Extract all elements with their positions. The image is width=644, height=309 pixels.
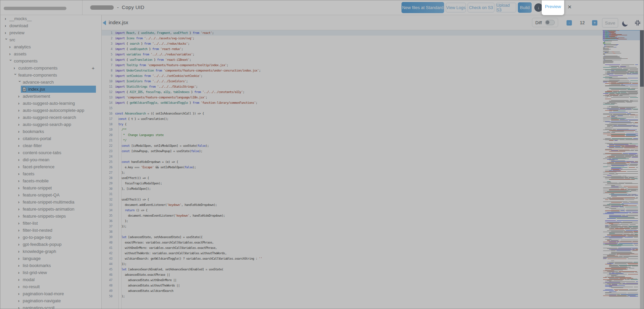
chevron-right-icon[interactable]: › <box>18 271 21 274</box>
tree-item-facets[interactable]: ›facets <box>0 170 101 177</box>
chevron-down-icon[interactable]: › <box>18 81 21 84</box>
tree-item-clear-filter[interactable]: ›clear-filter <box>0 142 101 149</box>
tree-item-knowledge-graph[interactable]: ›knowledge-graph <box>0 248 101 255</box>
chevron-right-icon[interactable]: › <box>18 179 21 183</box>
chevron-down-icon[interactable]: › <box>5 38 8 42</box>
tree-item-go-to-page-top[interactable]: ›go-to-page-top <box>0 234 101 241</box>
tree-item-feature-snippet[interactable]: ›feature-snippet <box>0 184 101 191</box>
decrease-font-button[interactable]: - <box>567 20 572 26</box>
chevron-right-icon[interactable]: › <box>18 257 21 260</box>
chevron-right-icon[interactable]: › <box>18 201 21 204</box>
chevron-right-icon[interactable]: › <box>18 151 21 154</box>
tree-item-pagination-load-more[interactable]: ›pagination-load-more <box>0 290 101 297</box>
tree-item-auto-suggest-auto-learning[interactable]: ›auto-suggest-auto-learning <box>0 100 101 107</box>
chevron-right-icon[interactable]: › <box>18 306 21 309</box>
tree-item-feature-snippets-animation[interactable]: ›feature-snippets-animation <box>0 206 101 213</box>
chevron-right-icon[interactable]: › <box>18 236 21 239</box>
tree-item-advance-search[interactable]: ›advance-search <box>0 79 101 86</box>
save-button[interactable]: Save <box>602 18 618 28</box>
chevron-right-icon[interactable]: › <box>18 158 21 162</box>
minimap[interactable] <box>602 30 640 299</box>
chevron-right-icon[interactable]: › <box>9 45 12 49</box>
chevron-right-icon[interactable]: › <box>18 123 21 126</box>
tree-item-src[interactable]: ›src <box>0 36 101 43</box>
add-icon[interactable]: + <box>92 65 95 71</box>
tree-item-auto-suggest-search-app[interactable]: ›auto-suggest-search-app <box>0 121 101 128</box>
view-logs-button[interactable]: View Logs <box>446 3 466 12</box>
chevron-right-icon[interactable]: › <box>18 222 21 225</box>
tree-item-feature-components[interactable]: ›feature-components <box>0 72 101 79</box>
tree-item-feature-snippet-multimedia[interactable]: ›feature-snippet-multimedia <box>0 198 101 206</box>
chevron-right-icon[interactable]: › <box>18 109 21 112</box>
tree-item-feature-snippets-steps[interactable]: ›feature-snippets-steps <box>0 213 101 220</box>
tree-item-filter-list[interactable]: ›filter-list <box>0 220 101 227</box>
tree-item-list-bookmarks[interactable]: ›list-bookmarks <box>0 262 101 269</box>
chevron-right-icon[interactable]: › <box>18 243 21 246</box>
tree-item-auto-suggest-autocomplete-app[interactable]: ›auto-suggest-autocomplete-app <box>0 107 101 114</box>
editor-scrollbar-thumb[interactable] <box>640 30 644 87</box>
chevron-right-icon[interactable]: › <box>18 102 21 105</box>
tree-item-content-source-tabs[interactable]: ›content-source-tabs <box>0 149 101 156</box>
editor-scrollbar-track[interactable] <box>640 30 644 309</box>
tree-item-download[interactable]: ›download <box>0 22 101 29</box>
close-icon[interactable]: ✕ <box>568 4 572 10</box>
dark-mode-moon-icon[interactable] <box>623 18 630 25</box>
increase-font-button[interactable]: + <box>592 20 597 26</box>
chevron-right-icon[interactable]: › <box>18 264 21 267</box>
build-button[interactable]: Build <box>518 2 532 13</box>
chevron-right-icon[interactable]: › <box>5 24 8 28</box>
code-editor[interactable]: 1234567891011121314151617181920212223242… <box>102 30 640 309</box>
tree-item-assets[interactable]: ›assets <box>0 50 101 57</box>
chevron-right-icon[interactable]: › <box>9 52 12 56</box>
check-on-s3-button[interactable]: Check on S3 <box>468 3 494 12</box>
chevron-right-icon[interactable]: › <box>18 144 21 147</box>
preview-button[interactable]: Preview <box>542 0 564 15</box>
chevron-right-icon[interactable]: › <box>18 130 21 133</box>
chevron-right-icon[interactable]: › <box>18 292 21 296</box>
chevron-down-icon[interactable]: › <box>9 59 12 63</box>
tree-item-filter-list-nested[interactable]: ›filter-list-nested <box>0 227 101 234</box>
tree-item-modal[interactable]: ›modal <box>0 276 101 283</box>
tree-item-bookmarks[interactable]: ›bookmarks <box>0 128 101 135</box>
collapse-fullscreen-icon[interactable] <box>635 20 640 26</box>
tree-item-facets-mobile[interactable]: ›facets-mobile <box>0 177 101 184</box>
chevron-right-icon[interactable]: › <box>5 17 8 20</box>
tree-item-citations-portal[interactable]: ›citations-portal <box>0 135 101 142</box>
chevron-right-icon[interactable]: › <box>18 165 21 169</box>
tree-item-index.jsx[interactable]: index.jsx <box>0 86 101 93</box>
back-arrow-icon[interactable] <box>103 20 106 25</box>
chevron-right-icon[interactable]: › <box>18 215 21 218</box>
chevron-right-icon[interactable]: › <box>18 285 21 289</box>
tree-item-no-result[interactable]: ›no-result <box>0 283 101 290</box>
tree-item-feature-snippet-QA[interactable]: ›feature-snippet-QA <box>0 191 101 198</box>
chevron-right-icon[interactable]: › <box>18 229 21 232</box>
diff-toggle[interactable] <box>545 20 555 25</box>
chevron-right-icon[interactable]: › <box>5 31 8 35</box>
chevron-right-icon[interactable]: › <box>18 116 21 119</box>
tree-item-facet-preference[interactable]: ›facet-preference <box>0 163 101 170</box>
tree-item-auto-suggest-recent-search[interactable]: ›auto-suggest-recent-search <box>0 114 101 121</box>
tree-item-components[interactable]: ›components <box>0 57 101 64</box>
copy-uid-button[interactable]: Copy UID <box>122 4 144 10</box>
tree-item-pagination-navigate[interactable]: ›pagination-navigate <box>0 297 101 304</box>
tree-item-language[interactable]: ›language <box>0 255 101 262</box>
chevron-right-icon[interactable]: › <box>18 278 21 281</box>
upload-s3-button[interactable]: Upload S3 <box>496 3 516 12</box>
new-files-at-standard-button[interactable]: New files at Standard <box>401 2 444 13</box>
tree-item-__mocks__[interactable]: ›__mocks__ <box>0 15 101 22</box>
tree-item-pagination-scroll[interactable]: ›pagination-scroll <box>0 304 101 309</box>
tree-item-list-grid-view[interactable]: ›list-grid-view <box>0 269 101 276</box>
chevron-right-icon[interactable]: › <box>14 67 17 70</box>
chevron-right-icon[interactable]: › <box>18 172 21 176</box>
tree-item-preview[interactable]: ›preview <box>0 29 101 36</box>
chevron-right-icon[interactable]: › <box>18 95 21 98</box>
chevron-right-icon[interactable]: › <box>18 137 21 140</box>
tree-item-advertisement[interactable]: ›advertisement <box>0 93 101 100</box>
chevron-right-icon[interactable]: › <box>18 193 21 197</box>
chevron-right-icon[interactable]: › <box>18 250 21 253</box>
tree-item-custom-components[interactable]: ›custom-components+ <box>0 64 101 72</box>
tree-item-analytics[interactable]: ›analytics <box>0 43 101 50</box>
chevron-right-icon[interactable]: › <box>18 299 21 303</box>
tree-item-gpt-feedback-popup[interactable]: ›gpt-feedback-popup <box>0 241 101 248</box>
tree-item-did-you-mean[interactable]: ›did-you-mean <box>0 156 101 163</box>
